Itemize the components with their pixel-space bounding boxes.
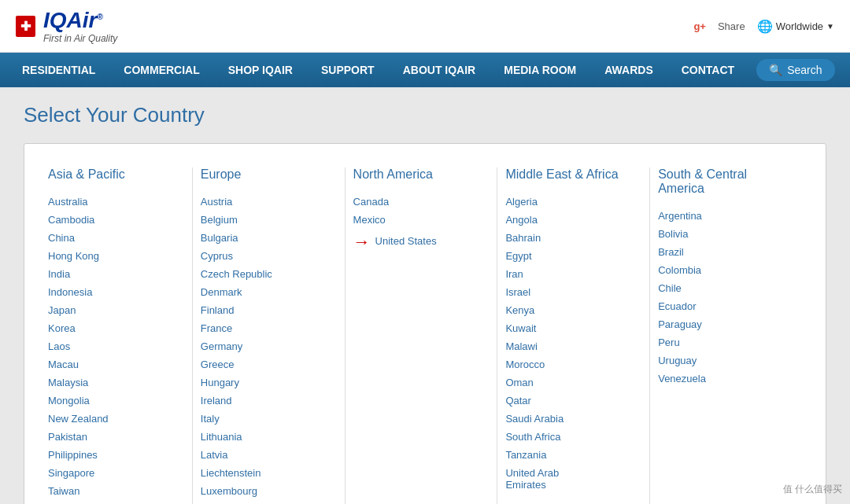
country-link-liechtenstein[interactable]: Liechtenstein [201,467,329,479]
country-link-ireland[interactable]: Ireland [201,395,329,407]
country-link-india[interactable]: India [48,268,176,280]
country-link-bulgaria[interactable]: Bulgaria [201,232,329,244]
country-link-new-zealand[interactable]: New Zealand [48,413,176,425]
region-title-0: Asia & Pacific [48,167,176,182]
country-link-indonesia[interactable]: Indonesia [48,286,176,298]
worldwide-button[interactable]: 🌐 Worldwide ▼ [757,19,834,34]
country-link-germany[interactable]: Germany [201,340,329,352]
country-link-china[interactable]: China [48,232,176,244]
country-link-united-arab-emirates[interactable]: United ArabEmirates [505,467,634,491]
country-link-chile[interactable]: Chile [658,282,786,294]
country-link-united-states[interactable]: →United States [353,232,482,252]
header-right: g+ Share 🌐 Worldwide ▼ [693,19,834,34]
country-link-bahrain[interactable]: Bahrain [505,232,634,244]
watermark: 值 什么值得买 [783,483,842,496]
logo-area: ✚ IQAir® First in Air Quality [16,8,117,44]
country-link-taiwan[interactable]: Taiwan [48,485,176,497]
nav-item-contact[interactable]: CONTACT [667,53,748,87]
country-link-singapore[interactable]: Singapore [48,467,176,479]
country-link-ecuador[interactable]: Ecuador [658,300,786,312]
nav-item-about[interactable]: ABOUT IQAIR [389,53,490,87]
search-button[interactable]: 🔍Search [756,59,834,81]
country-link-hungary[interactable]: Hungary [201,377,329,388]
region-title-2: North America [353,167,482,182]
country-link-korea[interactable]: Korea [48,322,176,334]
country-link-venezuela[interactable]: Venezuela [658,373,786,384]
worldwide-label: Worldwide [776,20,823,32]
country-link-philippines[interactable]: Philippines [48,449,176,461]
nav-item-shop[interactable]: SHOP IQAIR [214,53,307,87]
country-link-hong-kong[interactable]: Hong Kong [48,250,176,262]
country-link-latvia[interactable]: Latvia [201,449,329,461]
nav-item-awards[interactable]: AWARDS [590,53,667,87]
country-card: Asia & PacificAustraliaCambodiaChinaHong… [24,143,826,504]
country-link-oman[interactable]: Oman [505,377,634,388]
country-link-mongolia[interactable]: Mongolia [48,395,176,407]
country-link-algeria[interactable]: Algeria [505,196,634,208]
country-link-belgium[interactable]: Belgium [201,214,329,226]
country-link-tanzania[interactable]: Tanzania [505,449,634,461]
country-link-czech-republic[interactable]: Czech Republic [201,268,329,280]
country-link-pakistan[interactable]: Pakistan [48,431,176,443]
dropdown-arrow-icon: ▼ [826,22,834,31]
google-plus-icon[interactable]: g+ [693,20,706,32]
country-link-denmark[interactable]: Denmark [201,286,329,298]
region-title-1: Europe [201,167,329,182]
country-link-saudi-arabia[interactable]: Saudi Arabia [505,413,634,425]
logo-cross-icon: ✚ [16,16,35,37]
country-link-luxembourg[interactable]: Luxembourg [201,485,329,497]
country-link-malawi[interactable]: Malawi [505,340,634,352]
country-link-south-africa[interactable]: South Africa [505,431,634,443]
country-link-peru[interactable]: Peru [658,337,786,348]
navbar: RESIDENTIALCOMMERCIALSHOP IQAIRSUPPORTAB… [0,53,850,87]
country-link-italy[interactable]: Italy [201,413,329,425]
nav-item-support[interactable]: SUPPORT [307,53,389,87]
country-link-greece[interactable]: Greece [201,359,329,370]
share-label[interactable]: Share [718,20,745,32]
country-link-lithuania[interactable]: Lithuania [201,431,329,443]
country-link-malaysia[interactable]: Malaysia [48,377,176,388]
country-link-kenya[interactable]: Kenya [505,304,634,316]
region-col-4: South & Central AmericaArgentinaBoliviaB… [650,167,802,504]
country-link-australia[interactable]: Australia [48,196,176,208]
region-title-4: South & Central America [658,167,786,196]
country-link-israel[interactable]: Israel [505,286,634,298]
globe-icon: 🌐 [757,19,773,34]
country-link-laos[interactable]: Laos [48,340,176,352]
country-link-canada[interactable]: Canada [353,196,482,208]
country-link-paraguay[interactable]: Paraguay [658,318,786,330]
country-link-austria[interactable]: Austria [201,196,329,208]
country-link-morocco[interactable]: Morocco [505,359,634,370]
country-link-france[interactable]: France [201,322,329,334]
country-link-argentina[interactable]: Argentina [658,210,786,222]
country-link-bolivia[interactable]: Bolivia [658,228,786,240]
nav-item-media[interactable]: MEDIA ROOM [490,53,590,87]
country-link-brazil[interactable]: Brazil [658,246,786,258]
country-link-cyprus[interactable]: Cyprus [201,250,329,262]
regions-grid: Asia & PacificAustraliaCambodiaChinaHong… [48,167,802,504]
region-col-2: North AmericaCanadaMexico→United States [346,167,498,504]
search-label: Search [787,64,822,76]
country-link-egypt[interactable]: Egypt [505,250,634,262]
country-link-finland[interactable]: Finland [201,304,329,316]
nav-item-residential[interactable]: RESIDENTIAL [8,53,109,87]
country-link-iran[interactable]: Iran [505,268,634,280]
arrow-indicator: → [353,232,371,252]
region-title-3: Middle East & Africa [505,167,634,182]
page-title: Select Your Country [24,103,826,127]
country-link-japan[interactable]: Japan [48,304,176,316]
region-col-0: Asia & PacificAustraliaCambodiaChinaHong… [48,167,193,504]
search-icon: 🔍 [769,64,782,76]
country-link-uruguay[interactable]: Uruguay [658,355,786,366]
country-link-mexico[interactable]: Mexico [353,214,482,226]
country-link-qatar[interactable]: Qatar [505,395,634,407]
header: ✚ IQAir® First in Air Quality g+ Share 🌐… [0,0,850,53]
logo-text: IQAir® [43,8,103,32]
country-link-kuwait[interactable]: Kuwait [505,322,634,334]
region-col-1: EuropeAustriaBelgiumBulgariaCyprusCzech … [193,167,346,504]
country-link-cambodia[interactable]: Cambodia [48,214,176,226]
nav-item-commercial[interactable]: COMMERCIAL [109,53,213,87]
country-link-angola[interactable]: Angola [505,214,634,226]
country-link-macau[interactable]: Macau [48,359,176,370]
country-link-colombia[interactable]: Colombia [658,264,786,276]
